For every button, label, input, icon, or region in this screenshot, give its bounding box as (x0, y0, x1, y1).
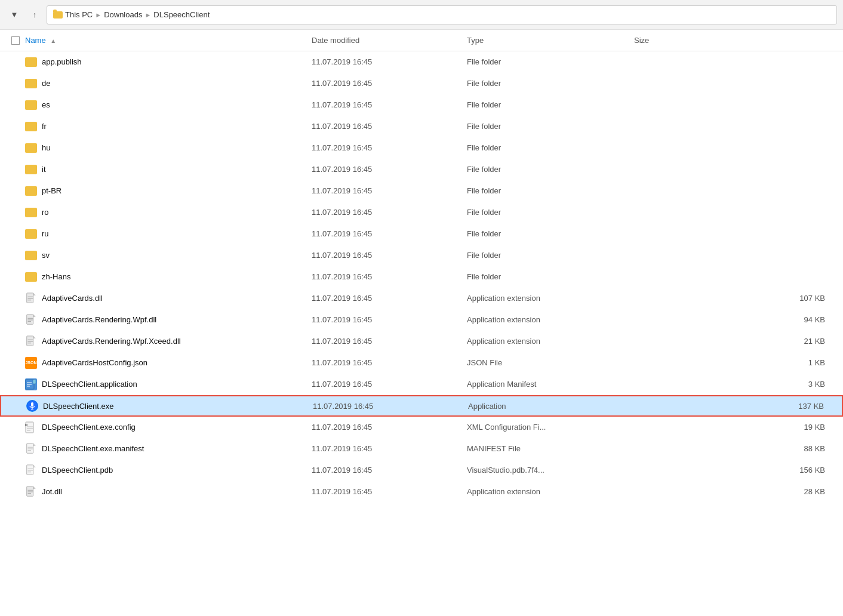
file-type-cell: File folder (467, 186, 634, 195)
file-type-cell: Application (468, 402, 635, 411)
file-name-cell: Jot.dll (25, 486, 312, 498)
file-name-cell: DLSpeechClient.application (25, 378, 312, 390)
table-row[interactable]: app.publish11.07.2019 16:45File folder (0, 51, 843, 73)
col-header-date[interactable]: Date modified (312, 36, 467, 45)
svg-rect-24 (26, 422, 33, 433)
svg-rect-21 (31, 402, 33, 406)
table-row[interactable]: JSONAdaptiveCardsHostConfig.json11.07.20… (0, 352, 843, 374)
file-name-text: pt-BR (42, 186, 61, 195)
table-row[interactable]: ru11.07.2019 16:45File folder (0, 223, 843, 245)
breadcrumb[interactable]: This PC ► Downloads ► DLSpeechClient (47, 5, 837, 24)
table-row[interactable]: es11.07.2019 16:45File folder (0, 94, 843, 116)
file-size-cell: 88 KB (634, 444, 837, 453)
file-name-cell: DLSpeechClient.exe (26, 400, 313, 412)
file-name-cell: JSONAdaptiveCardsHostConfig.json (25, 357, 312, 369)
file-type-cell: File folder (467, 57, 634, 66)
file-date-cell: 11.07.2019 16:45 (312, 358, 467, 367)
file-name-text: AdaptiveCards.Rendering.Wpf.Xceed.dll (42, 337, 181, 346)
table-row[interactable]: zh-Hans11.07.2019 16:45File folder (0, 266, 843, 288)
svg-rect-30 (27, 443, 33, 452)
folder-icon (25, 229, 37, 239)
config-icon (25, 421, 37, 433)
table-row[interactable]: fr11.07.2019 16:45File folder (0, 116, 843, 137)
file-date-cell: 11.07.2019 16:45 (312, 294, 467, 303)
file-date-cell: 11.07.2019 16:45 (312, 466, 467, 475)
file-name-cell: it (25, 165, 312, 174)
folder-icon (25, 100, 37, 110)
file-size-cell: 156 KB (634, 466, 837, 475)
file-name-text: ru (42, 229, 49, 238)
file-date-cell: 11.07.2019 16:45 (313, 402, 468, 411)
file-date-cell: 11.07.2019 16:45 (312, 487, 467, 496)
table-row[interactable]: DLSpeechClient.exe11.07.2019 16:45Applic… (0, 395, 843, 417)
sep2: ► (144, 11, 151, 19)
file-date-cell: 11.07.2019 16:45 (312, 186, 467, 195)
table-row[interactable]: ro11.07.2019 16:45File folder (0, 202, 843, 223)
table-row[interactable]: AdaptiveCards.dll11.07.2019 16:45Applica… (0, 288, 843, 309)
table-row[interactable]: DLSpeechClient.exe.manifest11.07.2019 16… (0, 438, 843, 460)
file-name-text: DLSpeechClient.application (42, 380, 137, 389)
file-name-text: Jot.dll (42, 487, 62, 496)
header-checkbox-cell[interactable] (6, 36, 25, 45)
table-row[interactable]: AdaptiveCards.Rendering.Wpf.Xceed.dll11.… (0, 331, 843, 352)
dll-icon (25, 486, 37, 498)
svg-rect-40 (27, 486, 33, 495)
dll-icon (25, 314, 37, 326)
file-size-cell: 94 KB (634, 315, 837, 324)
file-date-cell: 11.07.2019 16:45 (312, 315, 467, 324)
col-header-name[interactable]: Name ▲ (25, 36, 312, 45)
svg-rect-35 (27, 464, 33, 474)
svg-point-29 (26, 424, 27, 426)
file-name-text: AdaptiveCardsHostConfig.json (42, 358, 147, 367)
file-size-cell: 3 KB (634, 380, 837, 389)
table-row[interactable]: DLSpeechClient.application11.07.2019 16:… (0, 374, 843, 395)
file-name-cell: DLSpeechClient.exe.config (25, 421, 312, 433)
table-row[interactable]: sv11.07.2019 16:45File folder (0, 245, 843, 266)
col-header-size[interactable]: Size (634, 36, 837, 45)
table-row[interactable]: Jot.dll11.07.2019 16:45Application exten… (0, 481, 843, 503)
file-type-cell: Application extension (467, 337, 634, 346)
file-date-cell: 11.07.2019 16:45 (312, 229, 467, 238)
json-icon: JSON (25, 357, 37, 369)
file-name-cell: ro (25, 208, 312, 217)
table-row[interactable]: DLSpeechClient.pdb11.07.2019 16:45Visual… (0, 460, 843, 481)
file-date-cell: 11.07.2019 16:45 (312, 165, 467, 174)
select-all-checkbox[interactable] (11, 36, 20, 45)
file-type-cell: File folder (467, 165, 634, 174)
file-type-cell: File folder (467, 100, 634, 109)
svg-rect-5 (27, 314, 33, 324)
col-header-type[interactable]: Type (467, 36, 634, 45)
breadcrumb-dlspeech[interactable]: DLSpeechClient (153, 10, 210, 19)
sep1: ► (95, 11, 101, 19)
table-row[interactable]: DLSpeechClient.exe.config11.07.2019 16:4… (0, 417, 843, 438)
file-type-cell: File folder (467, 79, 634, 88)
file-name-cell: AdaptiveCards.dll (25, 292, 312, 304)
file-name-text: de (42, 79, 50, 88)
folder-icon (25, 57, 37, 67)
folder-icon (25, 143, 37, 153)
file-size-cell: 28 KB (634, 487, 837, 496)
folder-icon (25, 79, 37, 88)
table-row[interactable]: it11.07.2019 16:45File folder (0, 159, 843, 180)
breadcrumb-thispc[interactable]: This PC (65, 10, 93, 19)
back-btn[interactable]: ↑ (26, 7, 43, 23)
dropdown-arrow-btn[interactable]: ▼ (6, 7, 23, 23)
table-row[interactable]: pt-BR11.07.2019 16:45File folder (0, 180, 843, 202)
sort-arrow-name: ▲ (50, 38, 56, 44)
file-name-cell: ru (25, 229, 312, 239)
breadcrumb-downloads[interactable]: Downloads (104, 10, 142, 19)
table-row[interactable]: AdaptiveCards.Rendering.Wpf.dll11.07.201… (0, 309, 843, 331)
file-list: app.publish11.07.2019 16:45File folderde… (0, 51, 843, 503)
table-row[interactable]: hu11.07.2019 16:45File folder (0, 137, 843, 159)
file-icon (25, 442, 37, 455)
file-name-text: es (42, 100, 50, 109)
file-type-cell: VisualStudio.pdb.7f4... (467, 466, 634, 475)
table-row[interactable]: de11.07.2019 16:45File folder (0, 73, 843, 94)
file-size-cell: 137 KB (635, 402, 836, 411)
file-name-text: app.publish (42, 57, 82, 66)
file-name-text: ro (42, 208, 49, 217)
file-name-text: DLSpeechClient.exe.config (42, 423, 136, 432)
file-name-text: zh-Hans (42, 272, 70, 281)
svg-marker-31 (33, 443, 36, 445)
svg-rect-0 (27, 292, 33, 302)
